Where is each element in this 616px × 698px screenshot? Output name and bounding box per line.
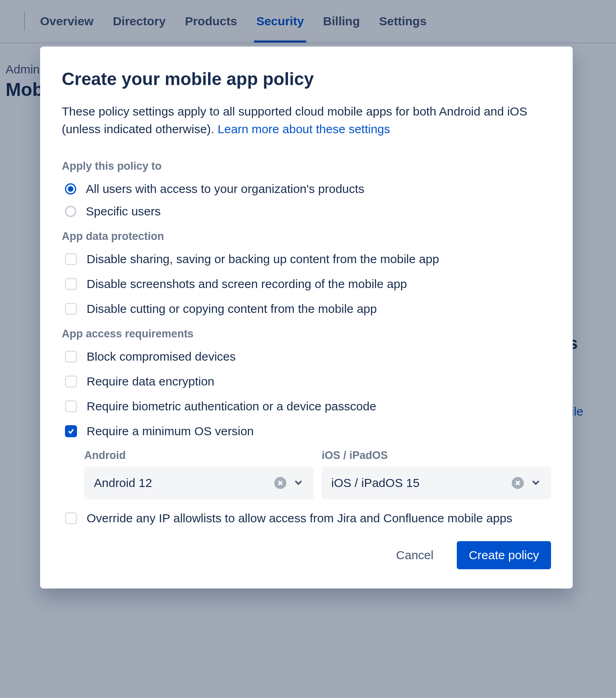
- checkbox-label: Require biometric authentication or a de…: [87, 400, 376, 413]
- radio-icon: [65, 206, 76, 217]
- apply-option-all-users[interactable]: All users with access to your organizati…: [65, 182, 551, 196]
- chevron-down-icon[interactable]: [529, 476, 543, 490]
- ios-label: iOS / iPadOS: [322, 449, 551, 462]
- checkbox-label: Disable sharing, saving or backing up co…: [87, 252, 439, 266]
- clear-icon[interactable]: [512, 477, 524, 489]
- option-require-encryption[interactable]: Require data encryption: [65, 375, 551, 388]
- checkbox-icon: [65, 278, 77, 290]
- option-override-ip[interactable]: Override any IP allowlists to allow acce…: [65, 511, 551, 525]
- create-policy-button[interactable]: Create policy: [457, 541, 551, 569]
- checkbox-label: Disable screenshots and screen recording…: [87, 277, 407, 291]
- option-require-min-os[interactable]: Require a minimum OS version: [65, 424, 551, 438]
- min-os-grid: Android Android 12 iOS / iPadOS iOS / iP…: [84, 449, 551, 499]
- data-protection-label: App data protection: [62, 230, 551, 243]
- cancel-button[interactable]: Cancel: [384, 541, 446, 569]
- checkbox-icon: [65, 253, 77, 265]
- access-req-label: App access requirements: [62, 328, 551, 340]
- checkbox-icon: [65, 351, 77, 363]
- option-disable-sharing[interactable]: Disable sharing, saving or backing up co…: [65, 252, 551, 266]
- checkbox-label: Disable cutting or copying content from …: [87, 302, 377, 316]
- android-label: Android: [84, 449, 314, 462]
- checkbox-label: Require a minimum OS version: [87, 424, 254, 438]
- option-block-compromised[interactable]: Block compromised devices: [65, 350, 551, 363]
- android-select[interactable]: Android 12: [84, 467, 314, 499]
- checkbox-label: Require data encryption: [87, 375, 215, 388]
- checkbox-label: Override any IP allowlists to allow acce…: [87, 511, 513, 525]
- radio-icon: [65, 183, 76, 195]
- checkbox-label: Block compromised devices: [87, 350, 236, 363]
- checkbox-icon: [65, 400, 77, 412]
- checkbox-icon: [65, 425, 77, 437]
- apply-option-specific-users[interactable]: Specific users: [65, 205, 551, 218]
- android-select-value: Android 12: [94, 476, 270, 490]
- option-require-biometric[interactable]: Require biometric authentication or a de…: [65, 400, 551, 413]
- radio-label: All users with access to your organizati…: [86, 182, 364, 196]
- option-disable-screenshots[interactable]: Disable screenshots and screen recording…: [65, 277, 551, 291]
- android-column: Android Android 12: [84, 449, 314, 499]
- learn-more-link[interactable]: Learn more about these settings: [218, 122, 390, 136]
- ios-select[interactable]: iOS / iPadOS 15: [322, 467, 551, 499]
- modal-footer: Cancel Create policy: [62, 541, 551, 569]
- ios-column: iOS / iPadOS iOS / iPadOS 15: [322, 449, 551, 499]
- radio-label: Specific users: [86, 205, 161, 218]
- chevron-down-icon[interactable]: [291, 476, 306, 490]
- checkbox-icon: [65, 375, 77, 388]
- modal-title: Create your mobile app policy: [62, 69, 551, 89]
- create-policy-modal: Create your mobile app policy These poli…: [40, 47, 573, 588]
- ios-select-value: iOS / iPadOS 15: [331, 476, 507, 490]
- clear-icon[interactable]: [274, 477, 286, 489]
- modal-intro: These policy settings apply to all suppo…: [62, 103, 551, 138]
- checkbox-icon: [65, 512, 77, 524]
- apply-section-label: Apply this policy to: [62, 160, 551, 172]
- checkbox-icon: [65, 303, 77, 315]
- option-disable-copy[interactable]: Disable cutting or copying content from …: [65, 302, 551, 316]
